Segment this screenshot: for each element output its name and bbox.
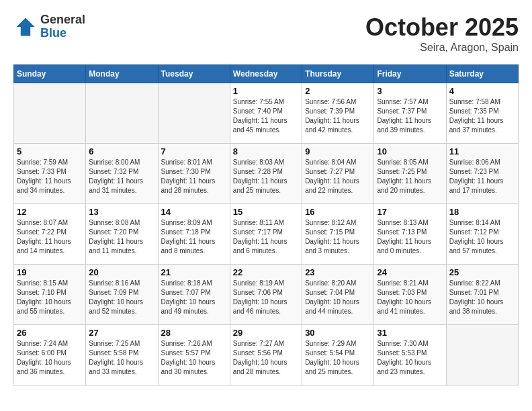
day-info: Sunrise: 7:59 AM Sunset: 7:33 PM Dayligh… xyxy=(17,158,83,195)
day-info: Sunrise: 8:13 AM Sunset: 7:13 PM Dayligh… xyxy=(377,218,443,256)
calendar-header-row: SundayMondayTuesdayWednesdayThursdayFrid… xyxy=(14,65,519,83)
day-number: 30 xyxy=(305,328,371,338)
day-info: Sunrise: 8:03 AM Sunset: 7:28 PM Dayligh… xyxy=(233,158,299,195)
day-info: Sunrise: 8:22 AM Sunset: 7:01 PM Dayligh… xyxy=(449,279,515,316)
calendar-cell: 24Sunrise: 8:21 AM Sunset: 7:03 PM Dayli… xyxy=(374,265,446,325)
day-number: 22 xyxy=(233,267,299,277)
day-info: Sunrise: 7:57 AM Sunset: 7:37 PM Dayligh… xyxy=(377,97,443,135)
calendar-cell: 8Sunrise: 8:03 AM Sunset: 7:28 PM Daylig… xyxy=(230,144,302,204)
day-number: 3 xyxy=(377,86,443,96)
day-number: 12 xyxy=(17,207,83,217)
calendar-cell: 18Sunrise: 8:14 AM Sunset: 7:12 PM Dayli… xyxy=(446,204,518,265)
day-header-tuesday: Tuesday xyxy=(158,65,230,83)
calendar-cell: 31Sunrise: 7:30 AM Sunset: 5:53 PM Dayli… xyxy=(374,325,446,385)
day-number: 6 xyxy=(89,146,154,156)
day-number: 2 xyxy=(305,86,371,96)
day-info: Sunrise: 7:58 AM Sunset: 7:35 PM Dayligh… xyxy=(449,97,515,135)
calendar-cell: 10Sunrise: 8:05 AM Sunset: 7:25 PM Dayli… xyxy=(374,144,446,204)
day-info: Sunrise: 7:24 AM Sunset: 6:00 PM Dayligh… xyxy=(17,339,83,377)
calendar-cell xyxy=(14,83,86,144)
calendar-cell: 22Sunrise: 8:19 AM Sunset: 7:06 PM Dayli… xyxy=(230,265,302,325)
calendar-week-3: 12Sunrise: 8:07 AM Sunset: 7:22 PM Dayli… xyxy=(14,204,519,265)
calendar-cell: 16Sunrise: 8:12 AM Sunset: 7:15 PM Dayli… xyxy=(302,204,374,265)
day-info: Sunrise: 8:19 AM Sunset: 7:06 PM Dayligh… xyxy=(233,279,299,316)
day-header-sunday: Sunday xyxy=(14,65,86,83)
day-info: Sunrise: 8:12 AM Sunset: 7:15 PM Dayligh… xyxy=(305,218,371,256)
calendar-cell: 1Sunrise: 7:55 AM Sunset: 7:40 PM Daylig… xyxy=(230,83,302,144)
calendar-cell: 7Sunrise: 8:01 AM Sunset: 7:30 PM Daylig… xyxy=(158,144,230,204)
page-header: General Blue October 2025 Seira, Aragon,… xyxy=(13,13,519,54)
day-number: 20 xyxy=(89,267,154,277)
day-info: Sunrise: 7:30 AM Sunset: 5:53 PM Dayligh… xyxy=(377,339,443,377)
calendar-cell: 3Sunrise: 7:57 AM Sunset: 7:37 PM Daylig… xyxy=(374,83,446,144)
day-number: 25 xyxy=(449,267,515,277)
calendar-cell: 14Sunrise: 8:09 AM Sunset: 7:18 PM Dayli… xyxy=(158,204,230,265)
day-number: 16 xyxy=(305,207,371,217)
calendar-cell: 6Sunrise: 8:00 AM Sunset: 7:32 PM Daylig… xyxy=(86,144,158,204)
calendar-cell: 11Sunrise: 8:06 AM Sunset: 7:23 PM Dayli… xyxy=(446,144,518,204)
day-number: 14 xyxy=(161,207,227,217)
day-number: 11 xyxy=(449,146,515,156)
title-block: October 2025 Seira, Aragon, Spain xyxy=(365,13,519,54)
calendar-cell xyxy=(86,83,158,144)
day-number: 7 xyxy=(161,146,227,156)
calendar-cell xyxy=(446,325,518,385)
day-number: 31 xyxy=(377,328,443,338)
calendar-cell: 23Sunrise: 8:20 AM Sunset: 7:04 PM Dayli… xyxy=(302,265,374,325)
calendar-week-2: 5Sunrise: 7:59 AM Sunset: 7:33 PM Daylig… xyxy=(14,144,519,204)
day-header-saturday: Saturday xyxy=(446,65,518,83)
calendar-cell: 20Sunrise: 8:16 AM Sunset: 7:09 PM Dayli… xyxy=(86,265,158,325)
day-number: 23 xyxy=(305,267,371,277)
calendar-cell: 12Sunrise: 8:07 AM Sunset: 7:22 PM Dayli… xyxy=(14,204,86,265)
day-number: 26 xyxy=(17,328,83,338)
location: Seira, Aragon, Spain xyxy=(365,42,519,54)
calendar-cell: 28Sunrise: 7:26 AM Sunset: 5:57 PM Dayli… xyxy=(158,325,230,385)
calendar-cell: 2Sunrise: 7:56 AM Sunset: 7:39 PM Daylig… xyxy=(302,83,374,144)
day-number: 17 xyxy=(377,207,443,217)
day-info: Sunrise: 8:14 AM Sunset: 7:12 PM Dayligh… xyxy=(449,218,515,256)
day-info: Sunrise: 8:06 AM Sunset: 7:23 PM Dayligh… xyxy=(449,158,515,195)
calendar-cell: 9Sunrise: 8:04 AM Sunset: 7:27 PM Daylig… xyxy=(302,144,374,204)
day-info: Sunrise: 8:15 AM Sunset: 7:10 PM Dayligh… xyxy=(17,279,83,316)
day-number: 18 xyxy=(449,207,515,217)
day-info: Sunrise: 7:27 AM Sunset: 5:56 PM Dayligh… xyxy=(233,339,299,377)
calendar-cell: 5Sunrise: 7:59 AM Sunset: 7:33 PM Daylig… xyxy=(14,144,86,204)
day-number: 10 xyxy=(377,146,443,156)
day-info: Sunrise: 8:01 AM Sunset: 7:30 PM Dayligh… xyxy=(161,158,227,195)
day-info: Sunrise: 7:29 AM Sunset: 5:54 PM Dayligh… xyxy=(305,339,371,377)
calendar-cell: 26Sunrise: 7:24 AM Sunset: 6:00 PM Dayli… xyxy=(14,325,86,385)
day-info: Sunrise: 7:26 AM Sunset: 5:57 PM Dayligh… xyxy=(161,339,227,377)
logo-text: General Blue xyxy=(40,13,85,40)
calendar-cell: 17Sunrise: 8:13 AM Sunset: 7:13 PM Dayli… xyxy=(374,204,446,265)
calendar-cell: 25Sunrise: 8:22 AM Sunset: 7:01 PM Dayli… xyxy=(446,265,518,325)
day-info: Sunrise: 8:05 AM Sunset: 7:25 PM Dayligh… xyxy=(377,158,443,195)
calendar-cell: 4Sunrise: 7:58 AM Sunset: 7:35 PM Daylig… xyxy=(446,83,518,144)
day-info: Sunrise: 7:25 AM Sunset: 5:58 PM Dayligh… xyxy=(89,339,154,377)
day-number: 13 xyxy=(89,207,154,217)
logo-blue: Blue xyxy=(40,27,85,40)
svg-marker-0 xyxy=(17,17,35,36)
day-info: Sunrise: 8:08 AM Sunset: 7:20 PM Dayligh… xyxy=(89,218,154,256)
day-number: 29 xyxy=(233,328,299,338)
calendar-cell: 19Sunrise: 8:15 AM Sunset: 7:10 PM Dayli… xyxy=(14,265,86,325)
day-info: Sunrise: 7:56 AM Sunset: 7:39 PM Dayligh… xyxy=(305,97,371,135)
calendar-table: SundayMondayTuesdayWednesdayThursdayFrid… xyxy=(13,64,519,385)
logo: General Blue xyxy=(13,13,85,40)
calendar-cell: 29Sunrise: 7:27 AM Sunset: 5:56 PM Dayli… xyxy=(230,325,302,385)
day-number: 27 xyxy=(89,328,154,338)
day-number: 28 xyxy=(161,328,227,338)
day-number: 19 xyxy=(17,267,83,277)
day-number: 1 xyxy=(233,86,299,96)
calendar-cell: 30Sunrise: 7:29 AM Sunset: 5:54 PM Dayli… xyxy=(302,325,374,385)
calendar-cell: 13Sunrise: 8:08 AM Sunset: 7:20 PM Dayli… xyxy=(86,204,158,265)
day-info: Sunrise: 8:11 AM Sunset: 7:17 PM Dayligh… xyxy=(233,218,299,256)
day-info: Sunrise: 8:18 AM Sunset: 7:07 PM Dayligh… xyxy=(161,279,227,316)
calendar-week-5: 26Sunrise: 7:24 AM Sunset: 6:00 PM Dayli… xyxy=(14,325,519,385)
logo-general: General xyxy=(40,13,85,27)
day-header-thursday: Thursday xyxy=(302,65,374,83)
day-header-wednesday: Wednesday xyxy=(230,65,302,83)
day-header-friday: Friday xyxy=(374,65,446,83)
day-info: Sunrise: 8:00 AM Sunset: 7:32 PM Dayligh… xyxy=(89,158,154,195)
calendar-cell: 21Sunrise: 8:18 AM Sunset: 7:07 PM Dayli… xyxy=(158,265,230,325)
day-info: Sunrise: 8:21 AM Sunset: 7:03 PM Dayligh… xyxy=(377,279,443,316)
